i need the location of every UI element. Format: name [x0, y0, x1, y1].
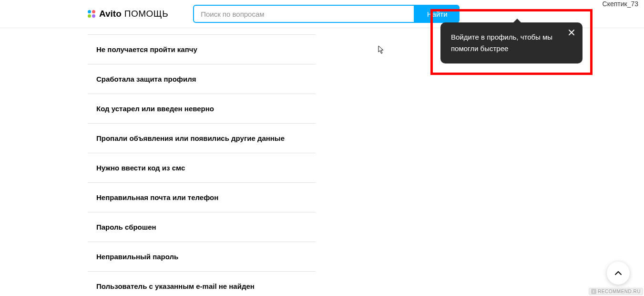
- watermark-text: RECOMMEND.RU: [598, 289, 641, 294]
- username-label: Скептик_73: [603, 0, 638, 8]
- info-icon: i: [591, 289, 596, 294]
- tooltip-text-line1: Войдите в профиль, чтобы мы: [451, 33, 552, 41]
- list-item[interactable]: Не получается пройти капчу: [88, 34, 316, 64]
- logo-suffix: ПОМОЩЬ: [124, 9, 168, 19]
- list-item[interactable]: Неправильный пароль: [88, 242, 316, 272]
- list-item[interactable]: Сработала защита профиля: [88, 64, 316, 94]
- watermark: i RECOMMEND.RU: [589, 288, 643, 295]
- list-item[interactable]: Пользователь с указанным e-mail не найде…: [88, 272, 316, 296]
- search-form: Найти: [193, 5, 460, 23]
- list-item[interactable]: Код устарел или введен неверно: [88, 94, 316, 124]
- list-item[interactable]: Пароль сброшен: [88, 212, 316, 242]
- tooltip-arrow-icon: [513, 19, 521, 23]
- list-item[interactable]: Неправильная почта или телефон: [88, 183, 316, 212]
- tooltip-close-button[interactable]: [567, 28, 576, 37]
- cursor-icon: [378, 45, 385, 56]
- faq-list: Не получается пройти капчу Сработала защ…: [88, 34, 316, 296]
- close-icon: [569, 30, 574, 35]
- logo-brand: Avito: [99, 9, 122, 19]
- login-tooltip: Войдите в профиль, чтобы мы помогли быст…: [440, 22, 583, 63]
- tooltip-text-line2: помогли быстрее: [451, 44, 508, 53]
- search-button[interactable]: Найти: [415, 5, 460, 23]
- scroll-top-button[interactable]: [607, 262, 630, 285]
- chevron-up-icon: [614, 269, 623, 277]
- avito-dots-icon: [87, 9, 96, 19]
- logo[interactable]: Avito ПОМОЩЬ: [87, 9, 168, 19]
- search-input[interactable]: [193, 5, 415, 23]
- list-item[interactable]: Пропали объявления или появились другие …: [88, 124, 316, 153]
- list-item[interactable]: Нужно ввести код из смс: [88, 153, 316, 183]
